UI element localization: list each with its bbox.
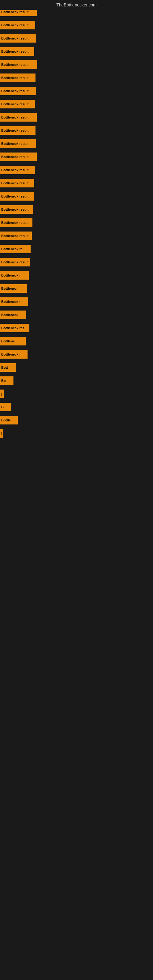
bar-item: Bottleneck result	[0, 87, 36, 95]
bar-label: Bottleneck	[1, 313, 18, 317]
bar-item: Bo	[0, 376, 13, 385]
bar-label: Bottleneck result	[1, 142, 29, 145]
bar-item: Bottleneck result	[0, 205, 33, 214]
bar-label: Bottleneck result	[1, 234, 29, 238]
bar-item: Bottlene	[0, 337, 26, 345]
bar-label: Bottleneck result	[1, 23, 29, 27]
bar-label: Bottleneck res	[1, 326, 24, 330]
bar-item: Bottleneck	[0, 310, 26, 319]
bar-label: Bottleneck r	[1, 274, 21, 277]
bar-label: Bottleneck result	[1, 10, 29, 14]
bar-item: Bottleneck result	[0, 232, 32, 240]
bar-item: Bottleneck result	[0, 47, 34, 56]
bar-item: Bottleneck result	[0, 60, 37, 69]
bar-label: Bottleneck result	[1, 208, 29, 211]
bar-item: Bottleneck result	[0, 73, 35, 82]
bar-item: Bottleneck result	[0, 21, 35, 29]
bar-label: Bottleneck result	[1, 49, 29, 53]
bar-item: B	[0, 403, 11, 411]
bar-item: Bottlenec	[0, 284, 27, 293]
bar-item: Bottleneck result	[0, 179, 34, 188]
bar-label: Bottleneck re	[1, 247, 22, 251]
bar-label: Bottleneck result	[1, 194, 29, 198]
bar-label: Bottleneck result	[1, 115, 29, 119]
bar-label: Bottleneck r	[1, 353, 21, 356]
bar-label: Bottleneck result	[1, 63, 29, 67]
bar-item: Bottleneck result	[0, 258, 30, 266]
bar-label: Bottleneck result	[1, 102, 29, 106]
bar-item: |	[0, 390, 4, 398]
bar-item: Bottleneck result	[0, 34, 36, 43]
bar-item: Bottleneck result	[0, 153, 37, 161]
bar-item: Bottleneck r	[0, 298, 28, 306]
bar-label: |	[1, 431, 2, 435]
bar-label: Bottle	[1, 418, 11, 422]
bar-item: Bottle	[0, 416, 18, 425]
bar-label: Bottleneck result	[1, 181, 29, 185]
bar-item: Bottleneck result	[0, 192, 33, 200]
bar-label: B	[1, 405, 4, 409]
bar-item: Bottleneck result	[0, 218, 32, 227]
bar-item: Bottleneck res	[0, 324, 29, 332]
bar-label: |	[1, 392, 2, 396]
bar-label: Bottleneck result	[1, 129, 29, 132]
bar-item: Bottleneck r	[0, 350, 27, 359]
bar-item: Bottleneck result	[0, 139, 36, 148]
chart-container: TheBottlenecker.com Bottleneck resultBot…	[0, 0, 153, 980]
bar-item: Bott	[0, 363, 16, 372]
bar-item: |	[0, 429, 3, 438]
bar-label: Bottleneck result	[1, 37, 29, 40]
bar-item: Bottleneck re	[0, 245, 30, 253]
bar-item: Bottleneck result	[0, 100, 35, 108]
bar-label: Bottleneck result	[1, 221, 29, 224]
bar-label: Bottleneck result	[1, 260, 29, 264]
bar-label: Bo	[1, 379, 6, 382]
bar-label: Bott	[1, 366, 8, 369]
bar-item: Bottleneck result	[0, 126, 35, 135]
site-title: TheBottlenecker.com	[0, 0, 153, 10]
bar-item: Bottleneck result	[0, 113, 37, 122]
bar-label: Bottleneck result	[1, 168, 29, 172]
bar-label: Bottleneck result	[1, 155, 29, 159]
bar-label: Bottleneck r	[1, 300, 21, 304]
bar-label: Bottlenec	[1, 286, 16, 290]
bar-label: Bottleneck result	[1, 89, 29, 93]
bar-item: Bottleneck result	[0, 166, 35, 174]
bar-label: Bottleneck result	[1, 76, 29, 80]
bar-item: Bottleneck r	[0, 271, 29, 280]
bar-label: Bottlene	[1, 339, 15, 343]
